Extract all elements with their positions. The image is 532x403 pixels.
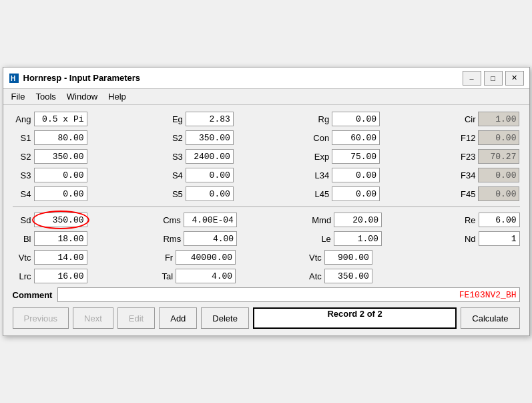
s5-input[interactable] xyxy=(186,186,234,201)
eg-label: Eg xyxy=(164,114,183,124)
group-s1: S1 xyxy=(13,130,87,145)
s4-label: S4 xyxy=(164,170,183,180)
close-button[interactable]: ✕ xyxy=(505,71,524,86)
next-button[interactable]: Next xyxy=(73,307,113,329)
menu-tools[interactable]: Tools xyxy=(30,90,61,103)
vtc2-input[interactable] xyxy=(324,250,372,265)
s4r-input[interactable] xyxy=(34,186,87,201)
s2r-input[interactable] xyxy=(34,149,87,164)
lrc-input[interactable] xyxy=(34,269,87,283)
bl-input[interactable] xyxy=(34,231,87,246)
group-s2r: S2 xyxy=(13,149,87,164)
vtc2-label: Vtc xyxy=(303,253,322,263)
con-input[interactable] xyxy=(332,130,380,145)
exp-input[interactable] xyxy=(332,149,380,164)
rg-label: Rg xyxy=(310,114,329,124)
maximize-button[interactable]: □ xyxy=(484,71,503,86)
nd-input[interactable] xyxy=(479,231,520,246)
atc-input[interactable] xyxy=(324,269,372,283)
app-icon: H xyxy=(9,73,19,84)
cms-input[interactable] xyxy=(184,213,237,227)
le-input[interactable] xyxy=(334,231,382,246)
group-cir: Cir xyxy=(457,112,519,126)
menu-file[interactable]: File xyxy=(6,90,31,103)
f34-input xyxy=(478,168,519,182)
rg-input[interactable] xyxy=(332,112,380,126)
s1-input[interactable] xyxy=(34,130,87,145)
l45-input[interactable] xyxy=(332,186,380,201)
sd-circled-wrapper xyxy=(34,213,87,227)
ang-label: Ang xyxy=(13,114,31,124)
group-le: Le xyxy=(312,231,382,246)
menu-help[interactable]: Help xyxy=(103,90,131,103)
s3-label: S3 xyxy=(164,152,183,162)
main-window: H Hornresp - Input Parameters – □ ✕ File… xyxy=(3,67,530,336)
row-s4r: S4 S5 L45 F45 xyxy=(13,186,520,201)
atc-label: Atc xyxy=(303,271,322,281)
row-s3r: S3 S4 L34 F34 xyxy=(13,168,520,182)
tal-label: Tal xyxy=(154,271,173,281)
fr-label: Fr xyxy=(154,253,173,263)
previous-button[interactable]: Previous xyxy=(13,307,69,329)
ang-input[interactable] xyxy=(34,112,87,126)
nd-label: Nd xyxy=(457,234,476,244)
group-f12: F12 xyxy=(457,130,519,145)
calculate-button[interactable]: Calculate xyxy=(461,307,519,329)
cir-input xyxy=(478,112,519,126)
separator-1 xyxy=(13,207,520,207)
group-sd: Sd xyxy=(13,213,87,227)
rms-input[interactable] xyxy=(184,231,237,246)
l45-label: L45 xyxy=(310,189,329,199)
s3-input[interactable] xyxy=(186,149,234,164)
tal-input[interactable] xyxy=(176,269,236,283)
group-vtc: Vtc xyxy=(13,250,87,265)
s3r-label: S3 xyxy=(13,170,31,180)
window-title: Hornresp - Input Parameters xyxy=(23,73,463,83)
group-re: Re xyxy=(457,213,520,227)
comment-input[interactable] xyxy=(57,287,519,302)
re-input[interactable] xyxy=(479,213,520,227)
fr-input[interactable] xyxy=(176,250,236,265)
s2-label: S2 xyxy=(164,133,183,143)
row-s1: S1 S2 Con F12 xyxy=(13,130,520,145)
cir-label: Cir xyxy=(457,114,475,124)
add-button[interactable]: Add xyxy=(159,307,197,329)
row-bl: Bl Rms Le Nd xyxy=(13,231,520,246)
minimize-button[interactable]: – xyxy=(463,71,481,86)
bl-label: Bl xyxy=(13,234,31,244)
vtc-input[interactable] xyxy=(34,250,87,265)
edit-button[interactable]: Edit xyxy=(117,307,155,329)
cms-label: Cms xyxy=(162,215,181,225)
group-s5: S5 xyxy=(164,186,234,201)
group-l45: L45 xyxy=(310,186,380,201)
group-s4: S4 xyxy=(164,168,234,182)
delete-button[interactable]: Delete xyxy=(201,307,249,329)
group-f34: F34 xyxy=(457,168,519,182)
s4-input[interactable] xyxy=(186,168,234,182)
group-rms: Rms xyxy=(162,231,237,246)
mmd-label: Mmd xyxy=(312,215,331,225)
mmd-input[interactable] xyxy=(334,213,382,227)
re-label: Re xyxy=(457,215,476,225)
group-atc: Atc xyxy=(303,269,372,283)
content-area: Ang Eg Rg Cir S1 xyxy=(3,105,529,335)
record-display: Record 2 of 2 xyxy=(253,307,457,329)
s2-input[interactable] xyxy=(186,130,234,145)
row-lrc: Lrc Tal Atc xyxy=(13,269,520,283)
eg-input[interactable] xyxy=(186,112,234,126)
sd-label: Sd xyxy=(13,215,31,225)
f23-label: F23 xyxy=(457,152,475,162)
sd-input[interactable] xyxy=(34,213,87,227)
group-l34: L34 xyxy=(310,168,380,182)
s3r-input[interactable] xyxy=(34,168,87,182)
group-eg: Eg xyxy=(164,112,234,126)
menu-window[interactable]: Window xyxy=(61,90,103,103)
s5-label: S5 xyxy=(164,189,183,199)
button-row: Previous Next Edit Add Delete Record 2 o… xyxy=(13,307,520,329)
l34-input[interactable] xyxy=(332,168,380,182)
le-label: Le xyxy=(312,234,331,244)
title-bar: H Hornresp - Input Parameters – □ ✕ xyxy=(3,68,529,89)
group-rg: Rg xyxy=(310,112,380,126)
comment-row: Comment xyxy=(13,287,520,302)
group-vtc2: Vtc xyxy=(303,250,372,265)
